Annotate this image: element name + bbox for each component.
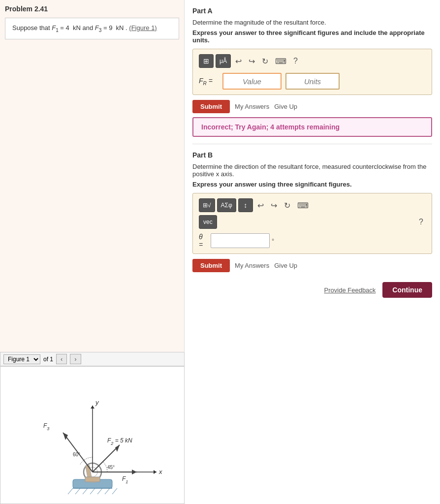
refresh-button-a[interactable]: ↻ [259, 56, 271, 67]
mu-button-a[interactable]: μÅ [216, 54, 231, 68]
redo-button-b[interactable]: ↪ [268, 200, 280, 211]
undo-button-a[interactable]: ↩ [233, 56, 244, 67]
svg-text:60°: 60° [73, 452, 80, 457]
part-b-description: Determine the direction of the resultant… [192, 163, 432, 178]
part-a-answer-box: ⊞ μÅ ↩ ↪ ↻ ⌨ ? FR = [192, 49, 432, 95]
continue-button[interactable]: Continue [382, 282, 432, 298]
svg-rect-31 [85, 477, 100, 482]
statement-text: Suppose that F1 = 4 kN and F3 = 9 kN . (… [12, 24, 157, 32]
part-a-label: Part A [192, 7, 432, 15]
give-up-button-a[interactable]: Give Up [274, 103, 297, 110]
my-answers-button-a[interactable]: My Answers [235, 103, 269, 110]
right-panel: Part A Determine the magnitude of the re… [185, 0, 440, 504]
separator [192, 144, 432, 144]
part-a-submit-row: Submit My Answers Give Up [192, 100, 432, 113]
figure-of-text: of 1 [43, 356, 53, 363]
svg-text:45°: 45° [107, 465, 115, 470]
part-b-submit-row: Submit My Answers Give Up [192, 259, 432, 272]
figure-container: Figure 1 of 1 ‹ › [0, 352, 185, 504]
my-answers-button-b[interactable]: My Answers [235, 262, 269, 269]
sigma-button-b[interactable]: ΑΣφ [217, 198, 236, 212]
units-input-a[interactable] [285, 73, 340, 90]
vec-button-b[interactable]: vec [199, 215, 217, 229]
submit-button-b[interactable]: Submit [192, 259, 230, 272]
matrix-button-b[interactable]: ⊞√ [199, 198, 215, 212]
problem-title: Problem 2.41 [5, 5, 179, 13]
keyboard-button-b[interactable]: ⌨ [295, 200, 311, 211]
help-button-b[interactable]: ? [416, 217, 426, 227]
give-up-button-b[interactable]: Give Up [274, 262, 297, 269]
provide-feedback-button[interactable]: Provide Feedback [324, 286, 376, 294]
figure-selector-bar: Figure 1 of 1 ‹ › [0, 352, 185, 366]
footer-row: Provide Feedback Continue [192, 282, 432, 298]
figure-select[interactable]: Figure 1 [3, 354, 40, 364]
figure-link[interactable]: (Figure 1) [129, 24, 157, 32]
keyboard-button-a[interactable]: ⌨ [273, 56, 289, 67]
incorrect-banner: Incorrect; Try Again; 4 attempts remaini… [192, 117, 432, 137]
part-a-answer-row: FR = [199, 73, 426, 90]
sort-button-b[interactable]: ↕ [238, 198, 253, 212]
left-panel: Problem 2.41 Suppose that F1 = 4 kN and … [0, 0, 185, 504]
part-b-theta-row: θ= ° [199, 233, 426, 249]
force-diagram-svg: x y F1 F2 = 5 kN 45° [9, 369, 176, 502]
matrix-button-a[interactable]: ⊞ [199, 54, 214, 68]
submit-button-a[interactable]: Submit [192, 100, 230, 113]
degree-symbol: ° [272, 237, 274, 245]
part-b-toolbar-row2: vec ? [199, 215, 426, 229]
part-b-section: Part B Determine the direction of the re… [192, 151, 432, 272]
figure-image: x y F1 F2 = 5 kN 45° [0, 366, 185, 504]
fr-label: FR = [199, 77, 219, 86]
part-b-answer-box: ⊞√ ΑΣφ ↕ ↩ ↪ ↻ ⌨ vec ? θ= [192, 193, 432, 254]
undo-button-b[interactable]: ↩ [255, 200, 266, 211]
theta-label: θ= [199, 233, 209, 249]
redo-button-a[interactable]: ↪ [246, 56, 257, 67]
part-b-instruction: Express your answer using three signific… [192, 181, 432, 188]
help-button-a[interactable]: ? [291, 56, 300, 66]
theta-input[interactable] [211, 233, 270, 248]
part-a-instruction: Express your answer to three significant… [192, 29, 432, 44]
figure-next-button[interactable]: › [70, 354, 81, 364]
part-a-section: Part A Determine the magnitude of the re… [192, 7, 432, 137]
svg-text:x: x [158, 468, 162, 475]
value-input-a[interactable] [222, 73, 282, 90]
figure-prev-button[interactable]: ‹ [56, 354, 67, 364]
part-a-description: Determine the magnitude of the resultant… [192, 19, 432, 26]
problem-statement: Suppose that F1 = 4 kN and F3 = 9 kN . (… [5, 18, 179, 39]
part-b-label: Part B [192, 151, 432, 159]
refresh-button-b[interactable]: ↻ [282, 200, 293, 211]
part-a-toolbar: ⊞ μÅ ↩ ↪ ↻ ⌨ ? [199, 54, 426, 68]
part-b-toolbar-row1: ⊞√ ΑΣφ ↕ ↩ ↪ ↻ ⌨ [199, 198, 426, 212]
